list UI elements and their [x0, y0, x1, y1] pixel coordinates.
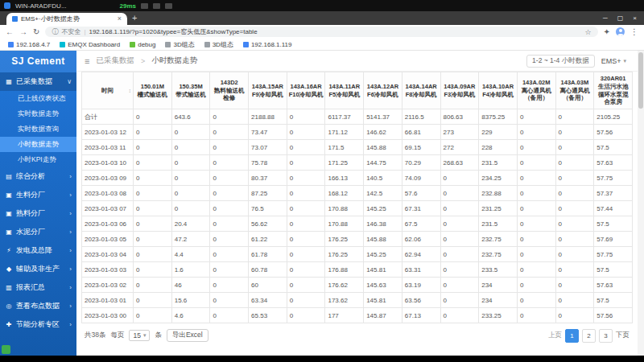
- sidebar-item-7[interactable]: ▥报表汇总›: [0, 278, 76, 297]
- close-icon[interactable]: ×: [633, 15, 637, 22]
- sidebar-subitem-0-1[interactable]: 实时数据走势: [0, 106, 76, 121]
- remote-more-icon[interactable]: [165, 3, 172, 9]
- select-caret-icon: ▾: [143, 332, 147, 339]
- chat-float-icon[interactable]: [2, 345, 10, 354]
- tab-close-icon[interactable]: ×: [118, 15, 122, 23]
- screenshot-icon[interactable]: [153, 3, 160, 9]
- scrollbar-thumb[interactable]: [638, 52, 643, 109]
- value-cell: 63.19: [402, 278, 440, 293]
- value-cell: 66.81: [402, 125, 440, 140]
- sidebar-item-8[interactable]: ◎查看布点数据›: [0, 297, 76, 315]
- browser-tab[interactable]: EMS+·小时数据走势 ×: [6, 13, 127, 25]
- sort-icon[interactable]: ↕: [129, 87, 132, 94]
- refresh-icon[interactable]: ↻: [33, 28, 39, 36]
- table-row: 2023-01-03 0404.4061.780176.25145.2562.9…: [82, 247, 633, 262]
- col-header-code: 143A.10AR: [480, 83, 516, 91]
- sidebar-item-6[interactable]: ◆辅助及非生产›: [0, 260, 76, 278]
- value-cell: 2105.25: [594, 109, 633, 125]
- sidebar-item-1[interactable]: ▤综合分析›: [0, 167, 76, 186]
- sidebar-item-5[interactable]: ⚡发电及总降›: [0, 241, 76, 260]
- value-cell: 0: [517, 232, 555, 247]
- col-header-time[interactable]: 时间↕: [82, 72, 134, 109]
- bookmark-star-icon[interactable]: ☆: [585, 28, 592, 36]
- nav-section-label: 发电及总降: [16, 245, 69, 256]
- value-cell: 8375.25: [479, 109, 518, 125]
- value-cell: 0: [134, 278, 172, 293]
- value-cell: 0: [171, 186, 210, 201]
- value-cell: 643.6: [171, 109, 210, 125]
- col-header-name: F3冷却风机: [442, 91, 478, 99]
- value-cell: 234: [479, 293, 518, 308]
- date-range-selector[interactable]: 1-2 ~ 1-4 小时数据: [526, 55, 595, 68]
- table-row: 2023-01-03 06020.4056.620170.88146.3867.…: [82, 216, 633, 232]
- value-cell: 0: [440, 216, 479, 232]
- value-cell: 231.5: [479, 216, 518, 232]
- monitor-icon[interactable]: [141, 3, 148, 9]
- breadcrumb-parent[interactable]: 已采集数据: [96, 56, 134, 66]
- col-header-code: 143A.15AR: [250, 83, 286, 91]
- sidebar-item-3[interactable]: ▣熟料分厂›: [0, 204, 76, 223]
- profile-avatar[interactable]: [616, 27, 625, 36]
- value-cell: 57.75: [594, 247, 633, 262]
- total-count-label: 共38条: [85, 331, 105, 340]
- sidebar-item-0[interactable]: ▦已采集数据∨: [0, 72, 76, 91]
- forward-icon[interactable]: →: [19, 28, 27, 36]
- page-button-3[interactable]: 3: [599, 329, 613, 343]
- value-cell: 73.07: [249, 140, 287, 155]
- value-cell: 234: [479, 278, 518, 293]
- export-excel-button[interactable]: 导出Excel: [167, 329, 208, 342]
- value-cell: 0: [210, 247, 249, 262]
- nav-section-label: 水泥分厂: [16, 227, 69, 237]
- bookmark-item-0[interactable]: 192.168.4.7: [8, 41, 50, 48]
- value-cell: 0: [555, 109, 594, 125]
- value-cell: 0: [210, 171, 249, 186]
- col-header-name: F10冷却风机: [288, 91, 324, 99]
- col-header-6: 143A.11ARF5冷却风机: [325, 72, 364, 109]
- value-cell: 0: [210, 278, 249, 293]
- address-bar[interactable]: ⓘ 不安全 | 192.168.1.119/?p=1020&typee=窑头低压…: [45, 27, 597, 37]
- sidebar-item-9[interactable]: ✚节能分析专区›: [0, 315, 76, 334]
- chevron-down-icon: ▾: [623, 58, 626, 64]
- next-page-button[interactable]: 下页: [616, 331, 630, 340]
- browser-menu-icon[interactable]: ⋮: [630, 28, 638, 36]
- sidebar-collapse-icon[interactable]: ≡: [85, 56, 89, 66]
- minimize-icon[interactable]: ─: [603, 15, 608, 22]
- value-cell: 0: [555, 125, 594, 140]
- new-tab-button[interactable]: +: [132, 12, 137, 24]
- page-button-2[interactable]: 2: [582, 329, 596, 343]
- value-cell: 0: [440, 262, 479, 278]
- extensions-icon[interactable]: ✦: [604, 28, 610, 36]
- profile-dropdown[interactable]: EMS+ ▾: [601, 57, 630, 65]
- value-cell: 0: [210, 125, 249, 140]
- sidebar: SJ Cement ▦已采集数据∨已上线仪表状态实时数据走势实时数据查询小时数据…: [0, 51, 76, 356]
- col-header-2: 150.35M带式输送机: [171, 72, 210, 109]
- value-cell: 46: [171, 278, 210, 293]
- page-scrollbar[interactable]: [638, 51, 644, 356]
- value-cell: 0: [171, 155, 210, 171]
- value-cell: 0: [134, 216, 172, 232]
- value-cell: 228: [479, 140, 518, 155]
- value-cell: 0: [287, 201, 325, 216]
- sidebar-subitem-0-4[interactable]: 小时KPI走势: [0, 152, 76, 167]
- sidebar-subitem-0-0[interactable]: 已上线仪表状态: [0, 91, 76, 106]
- sidebar-item-2[interactable]: ▣生料分厂›: [0, 186, 76, 204]
- bookmark-item-2[interactable]: debug: [130, 41, 155, 48]
- bookmark-item-1[interactable]: EMQX Dashboard: [60, 41, 120, 48]
- maximize-icon[interactable]: ▢: [617, 15, 624, 22]
- bookmark-label: 192.168.1.119: [251, 41, 292, 48]
- value-cell: 0: [517, 171, 555, 186]
- page-button-1[interactable]: 1: [565, 329, 579, 343]
- prev-page-button[interactable]: 上页: [548, 331, 562, 340]
- sidebar-subitem-0-2[interactable]: 实时数据查询: [0, 121, 76, 137]
- sidebar-item-4[interactable]: ▣水泥分厂›: [0, 223, 76, 241]
- chevron-right-icon: ›: [69, 284, 72, 291]
- bookmark-item-3[interactable]: 3D组态: [165, 40, 194, 49]
- security-info-icon[interactable]: ⓘ: [52, 27, 58, 36]
- bookmark-item-5[interactable]: 192.168.1.119: [243, 41, 292, 48]
- pagination: 上页 123 下页: [548, 329, 630, 343]
- sidebar-subitem-0-3[interactable]: 小时数据走势: [0, 137, 76, 152]
- col-header-name: F4冷却风机: [480, 91, 516, 99]
- back-icon[interactable]: ←: [6, 28, 14, 36]
- page-size-select[interactable]: 15 ▾: [129, 330, 150, 341]
- bookmark-item-4[interactable]: 3D组态: [204, 40, 233, 49]
